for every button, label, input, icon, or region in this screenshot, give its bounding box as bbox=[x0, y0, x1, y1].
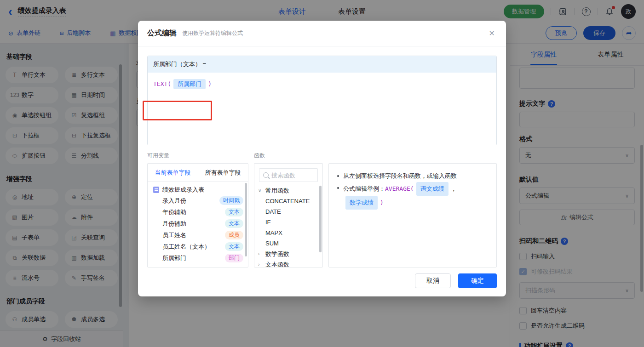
panel-labels: 可用变量 函数 bbox=[147, 152, 497, 159]
function-label: 数学函数 bbox=[265, 250, 289, 258]
variable-name: 月份辅助 bbox=[162, 220, 186, 228]
function-search bbox=[259, 168, 318, 182]
function-label: DATE bbox=[265, 208, 281, 215]
variable-type-badge: 文本 bbox=[225, 242, 243, 251]
confirm-button[interactable]: 确定 bbox=[458, 273, 497, 288]
modal-middle-row: 当前表单字段 所有表单字段 绩效提成录入表 录入月份 时间戳 bbox=[147, 163, 497, 267]
formula-function-token: TEXT( bbox=[153, 80, 171, 87]
help-example-chip: 数学成绩 bbox=[345, 196, 378, 210]
help-example-chip: 语文成绩 bbox=[416, 182, 448, 196]
help-example-comma: ， bbox=[451, 185, 457, 192]
variable-row[interactable]: 月份辅助 文本 bbox=[148, 218, 248, 229]
function-label: MAPX bbox=[265, 229, 282, 236]
variable-name: 所属部门 bbox=[162, 254, 186, 262]
variable-type-badge: 时间戳 bbox=[219, 196, 243, 205]
variable-type-badge: 文本 bbox=[225, 208, 243, 216]
function-search-input[interactable] bbox=[271, 172, 313, 179]
formula-editor-modal: 公式编辑 使用数学运算符编辑公式 ✕ 所属部门（文本） = TEXT(所属部门)… bbox=[138, 21, 506, 296]
variable-name: 年份辅助 bbox=[162, 208, 186, 216]
function-label: CONCATENATE bbox=[265, 198, 310, 205]
help-example-prefix: 公式编辑举例： bbox=[343, 185, 385, 192]
variable-type-badge: 文本 bbox=[225, 219, 243, 228]
function-label: IF bbox=[265, 219, 271, 226]
search-icon bbox=[263, 172, 269, 178]
formula-close-paren: ) bbox=[208, 80, 212, 87]
functions-scrollbar[interactable] bbox=[319, 186, 322, 252]
function-label: SUM bbox=[265, 240, 279, 247]
variable-name: 员工姓名（文本） bbox=[162, 243, 210, 251]
variable-type-badge: 成员 bbox=[225, 231, 243, 239]
variables-tree-root[interactable]: 绩效提成录入表 bbox=[148, 182, 248, 195]
bullet-icon bbox=[337, 175, 339, 177]
function-row[interactable]: › 文本函数 bbox=[254, 259, 322, 267]
variable-name: 录入月份 bbox=[162, 197, 186, 205]
variable-row[interactable]: 年份辅助 文本 bbox=[148, 206, 248, 218]
modal-header: 公式编辑 使用数学运算符编辑公式 ✕ bbox=[138, 21, 506, 46]
function-row[interactable]: SUM bbox=[254, 238, 322, 249]
modal-subtitle: 使用数学运算符编辑公式 bbox=[182, 29, 243, 37]
modal-title: 公式编辑 bbox=[147, 28, 177, 38]
variable-row[interactable]: 员工姓名（文本） 文本 bbox=[148, 241, 248, 252]
variable-type-badge: 部门 bbox=[225, 254, 243, 262]
variables-tabs: 当前表单字段 所有表单字段 bbox=[148, 164, 248, 182]
variables-root-label: 绩效提成录入表 bbox=[162, 186, 204, 194]
help-text-2: 公式编辑举例：AVERAGE(语文成绩，数学成绩) bbox=[343, 182, 488, 210]
function-label: 常用函数 bbox=[265, 187, 289, 195]
function-row[interactable]: ∨ 常用函数 bbox=[254, 185, 322, 196]
variables-scrollbar[interactable] bbox=[245, 183, 247, 256]
app-root: ‹ 绩效提成录入表 表单设计 表单设置 数据管理 ? 政 bbox=[0, 0, 644, 347]
function-row[interactable]: › 数学函数 bbox=[254, 249, 322, 259]
functions-panel: ∨ 常用函数 CONCATENATE DATE bbox=[254, 163, 323, 267]
function-label: 文本函数 bbox=[265, 261, 289, 268]
function-row[interactable]: IF bbox=[254, 217, 322, 228]
help-example-close: ) bbox=[380, 199, 384, 206]
function-row[interactable]: MAPX bbox=[254, 228, 322, 238]
formula-editor: 所属部门（文本） = TEXT(所属部门) bbox=[147, 56, 497, 145]
variables-panel: 当前表单字段 所有表单字段 绩效提成录入表 录入月份 时间戳 bbox=[147, 163, 248, 267]
modal-body: 所属部门（文本） = TEXT(所属部门) 可用变量 函数 当前表单字段 所有表… bbox=[138, 46, 506, 277]
modal-footer: 取消 确定 bbox=[415, 273, 497, 288]
variable-row[interactable]: 录入月份 时间戳 bbox=[148, 195, 248, 206]
help-line-2: 公式编辑举例：AVERAGE(语文成绩，数学成绩) bbox=[337, 182, 488, 210]
function-row[interactable]: CONCATENATE bbox=[254, 196, 322, 206]
functions-label: 函数 bbox=[254, 152, 265, 159]
variables-label: 可用变量 bbox=[147, 152, 254, 159]
help-example-function: AVERAGE( bbox=[385, 185, 414, 192]
tree-chevron-icon: › bbox=[258, 262, 265, 267]
help-text-1: 从左侧面板选择字段名和函数，或输入函数 bbox=[343, 170, 457, 182]
formula-target: 所属部门（文本） = bbox=[148, 56, 496, 73]
function-row[interactable]: DATE bbox=[254, 206, 322, 217]
formula-help-panel: 从左侧面板选择字段名和函数，或输入函数 公式编辑举例：AVERAGE(语文成绩，… bbox=[328, 163, 497, 267]
variable-name: 员工姓名 bbox=[162, 231, 186, 239]
variable-row[interactable]: 所属部门 部门 bbox=[148, 252, 248, 264]
cancel-button[interactable]: 取消 bbox=[415, 273, 451, 288]
tree-chevron-icon: ∨ bbox=[258, 188, 265, 193]
tab-current-form-fields[interactable]: 当前表单字段 bbox=[148, 164, 198, 182]
close-icon[interactable]: ✕ bbox=[487, 27, 497, 40]
form-file-icon bbox=[153, 187, 159, 193]
bullet-icon bbox=[337, 187, 339, 189]
tree-chevron-icon: › bbox=[258, 251, 265, 256]
help-line-1: 从左侧面板选择字段名和函数，或输入函数 bbox=[337, 170, 488, 182]
variable-row[interactable]: 员工姓名 成员 bbox=[148, 229, 248, 241]
tab-all-form-fields[interactable]: 所有表单字段 bbox=[198, 164, 248, 182]
formula-field-chip[interactable]: 所属部门 bbox=[173, 79, 206, 89]
formula-input-area[interactable]: TEXT(所属部门) bbox=[148, 73, 496, 145]
